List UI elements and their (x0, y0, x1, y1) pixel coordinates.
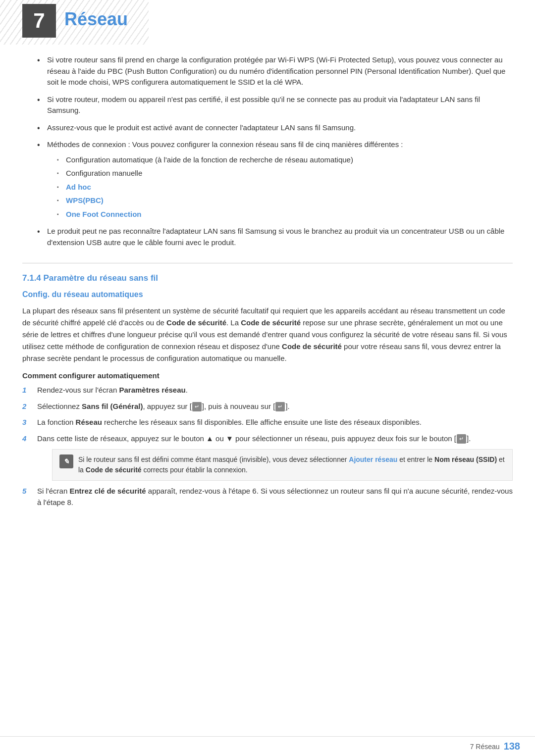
footer-text: 7 Réseau (470, 743, 500, 751)
section-714-heading: 7.1.4 Paramètre du réseau sans fil (22, 273, 513, 283)
sub-bullet-2: Configuration manuelle (57, 168, 513, 179)
sub-bullet-4: WPS(PBC) (57, 195, 513, 206)
note-icon: ✎ (59, 454, 73, 468)
step-2: 2 Sélectionnez Sans fil (Général), appuy… (22, 401, 513, 412)
section-714: 7.1.4 Paramètre du réseau sans fil Confi… (22, 263, 513, 508)
note-text: Si le routeur sans fil est défini comme … (78, 454, 505, 475)
step-4: 4 Dans cette liste de réseaux, appuyez s… (22, 433, 513, 481)
chapter-number-block: 7 (22, 4, 56, 38)
step-1: 1 Rendez-vous sur l'écran Paramètres rés… (22, 385, 513, 396)
sub-bullet-3: Ad hoc (57, 182, 513, 193)
bullet-item-4: Méthodes de connexion : Vous pouvez conf… (37, 139, 513, 220)
how-to-configure-heading: Comment configurer automatiquement (22, 371, 513, 380)
section-divider (22, 263, 513, 263)
sub-bullet-list: Configuration automatique (à l'aide de l… (47, 154, 513, 220)
paragraph-1: La plupart des réseaux sans fil présente… (22, 305, 513, 364)
footer-page: 138 (504, 741, 520, 752)
enter-key-icon-1: ↵ (192, 402, 202, 411)
main-content: Si votre routeur sans fil prend en charg… (22, 54, 513, 731)
note-box: ✎ Si le routeur sans fil est défini comm… (52, 449, 513, 481)
chapter-title: Réseau (64, 9, 128, 30)
chapter-number: 7 (33, 9, 45, 33)
footer: 7 Réseau 138 (0, 736, 535, 756)
main-bullet-list: Si votre routeur sans fil prend en charg… (22, 54, 513, 248)
enter-key-icon-2: ↵ (275, 402, 285, 411)
sub-bullet-1: Configuration automatique (à l'aide de l… (57, 154, 513, 166)
config-auto-heading: Config. du réseau automatiques (22, 290, 513, 299)
bullet-item-2: Si votre routeur, modem ou appareil n'es… (37, 94, 513, 116)
step-5: 5 Si l'écran Entrez clé de sécurité appa… (22, 486, 513, 508)
enter-key-icon-3: ↵ (457, 434, 466, 444)
steps-list: 1 Rendez-vous sur l'écran Paramètres rés… (22, 385, 513, 508)
step-3: 3 La fonction Réseau recherche les résea… (22, 417, 513, 428)
bullet-item-5: Le produit peut ne pas reconnaître l'ada… (37, 226, 513, 248)
sub-bullet-5: One Foot Connection (57, 209, 513, 220)
bullet-item-1: Si votre routeur sans fil prend en charg… (37, 54, 513, 88)
bullet-item-3: Assurez-vous que le produit est activé a… (37, 122, 513, 134)
